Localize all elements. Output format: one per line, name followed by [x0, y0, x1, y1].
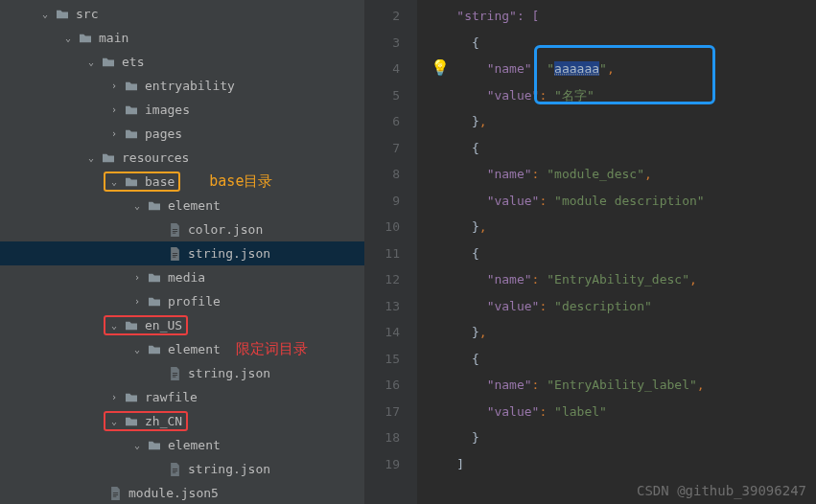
- code-line: },: [417, 108, 816, 135]
- folder-label: en_US: [145, 318, 182, 332]
- tree-row-rawfile[interactable]: › rawfile: [0, 385, 364, 409]
- highlight-box-zh-cn: ⌄ zh_CN: [104, 411, 188, 431]
- folder-label: profile: [168, 294, 221, 309]
- folder-icon: [101, 151, 116, 165]
- folder-label: resources: [122, 150, 189, 165]
- chevron-down-icon: ⌄: [84, 56, 98, 69]
- tree-row-src[interactable]: ⌄ src: [0, 2, 364, 26]
- project-tree[interactable]: ⌄ src ⌄ main ⌄ ets › entryability › imag…: [0, 0, 364, 504]
- watermark: CSDN @github_39096247: [637, 483, 806, 498]
- folder-icon: [124, 415, 139, 428]
- line-number: 15: [364, 346, 400, 373]
- tree-row-color-json[interactable]: color.json: [0, 218, 364, 241]
- folder-icon: [101, 56, 116, 69]
- code-line: "value": "名字": [417, 82, 816, 109]
- code-line: "value": "module description": [417, 188, 816, 215]
- chevron-right-icon: ›: [107, 80, 121, 93]
- code-line: },: [417, 214, 816, 241]
- code-line: {: [417, 346, 816, 373]
- code-line: "string": [: [417, 3, 816, 30]
- tree-row-element-zh[interactable]: ⌄ element: [0, 433, 364, 457]
- code-editor[interactable]: 2 3 4 5 6 7 8 9 10 11 12 13 14 15 16 17 …: [364, 0, 816, 504]
- folder-label: element: [168, 342, 221, 356]
- tree-row-profile[interactable]: › profile: [0, 289, 364, 313]
- tree-row-zh-cn[interactable]: ⌄ zh_CN: [0, 409, 364, 433]
- folder-label: base: [145, 174, 175, 189]
- chevron-right-icon: ›: [130, 271, 144, 285]
- code-line: ]: [417, 451, 816, 478]
- tree-row-element-en[interactable]: ⌄ element 限定词目录: [0, 337, 364, 361]
- tree-row-base[interactable]: ⌄ base base目录: [0, 170, 364, 194]
- folder-icon: [147, 343, 162, 356]
- file-label: string.json: [188, 462, 270, 476]
- tree-row-string-json-en[interactable]: string.json: [0, 361, 364, 385]
- tree-row-resources[interactable]: ⌄ resources: [0, 146, 364, 170]
- line-number: 4: [364, 56, 400, 82]
- line-number: 19: [364, 451, 400, 478]
- folder-label: element: [168, 438, 221, 452]
- folder-label: images: [145, 103, 190, 117]
- line-number: 8: [364, 161, 400, 188]
- chevron-down-icon: ⌄: [107, 319, 121, 332]
- code-line: "name": "module_desc",: [417, 161, 816, 188]
- tree-row-main[interactable]: ⌄ main: [0, 26, 364, 50]
- folder-icon: [78, 32, 93, 45]
- chevron-right-icon: ›: [107, 391, 121, 404]
- chevron-down-icon: ⌄: [107, 415, 121, 428]
- chevron-right-icon: ›: [130, 295, 144, 309]
- line-number: 13: [364, 293, 400, 320]
- tree-row-string-json[interactable]: string.json: [0, 241, 364, 265]
- tree-row-media[interactable]: › media: [0, 265, 364, 289]
- code-line: {: [417, 241, 816, 267]
- code-line: }: [417, 424, 816, 451]
- tree-row-ets[interactable]: ⌄ ets: [0, 50, 364, 74]
- code-line: "name": "EntryAbility_desc",: [417, 266, 816, 293]
- code-line: "value": "description": [417, 293, 816, 320]
- folder-label: ets: [122, 55, 144, 69]
- folder-icon: [124, 127, 139, 141]
- folder-label: rawfile: [145, 390, 198, 404]
- line-number: 6: [364, 108, 400, 135]
- folder-icon: [124, 103, 139, 117]
- folder-icon: [124, 319, 139, 332]
- code-line: {: [417, 135, 816, 162]
- lightbulb-icon[interactable]: 💡: [431, 58, 450, 77]
- line-number: 18: [364, 424, 400, 451]
- json-file-icon: [167, 367, 182, 380]
- tree-row-entryability[interactable]: › entryability: [0, 74, 364, 98]
- line-number: 3: [364, 30, 400, 57]
- tree-row-en-us[interactable]: ⌄ en_US: [0, 313, 364, 337]
- chevron-down-icon: ⌄: [61, 32, 75, 45]
- tree-row-string-json-zh[interactable]: string.json: [0, 457, 364, 481]
- json-file-icon: [167, 463, 182, 476]
- code-line: "name": "aaaaaa",: [417, 56, 816, 82]
- code-line: "value": "label": [417, 399, 816, 425]
- chevron-right-icon: ›: [107, 103, 121, 117]
- json-file-icon: [107, 487, 123, 500]
- json-file-icon: [167, 223, 182, 237]
- line-number: 17: [364, 399, 400, 425]
- annotation-qualifier: 限定词目录: [236, 340, 308, 358]
- tree-row-images[interactable]: › images: [0, 98, 364, 122]
- file-label: string.json: [188, 366, 270, 380]
- highlight-box-base: ⌄ base: [104, 172, 180, 192]
- tree-row-module-json5[interactable]: module.json5: [0, 481, 364, 504]
- folder-label: main: [99, 31, 128, 45]
- chevron-right-icon: ›: [107, 127, 121, 141]
- line-number: 11: [364, 241, 400, 267]
- highlight-box-en-us: ⌄ en_US: [104, 315, 188, 335]
- folder-label: element: [168, 198, 221, 213]
- json-file-icon: [167, 247, 182, 261]
- folder-label: src: [76, 7, 98, 21]
- folder-label: pages: [145, 126, 182, 141]
- tree-row-pages[interactable]: › pages: [0, 122, 364, 146]
- line-number: 9: [364, 188, 400, 215]
- line-number: 10: [364, 214, 400, 241]
- chevron-down-icon: ⌄: [84, 151, 98, 165]
- code-area[interactable]: 💡 "string": [ { "name": "aaaaaa", "value…: [417, 0, 816, 504]
- folder-icon: [147, 439, 162, 452]
- folder-label: entryability: [145, 79, 235, 93]
- tree-row-element[interactable]: ⌄ element: [0, 194, 364, 218]
- code-line: "name": "EntryAbility_label",: [417, 372, 816, 399]
- line-number: 7: [364, 135, 400, 162]
